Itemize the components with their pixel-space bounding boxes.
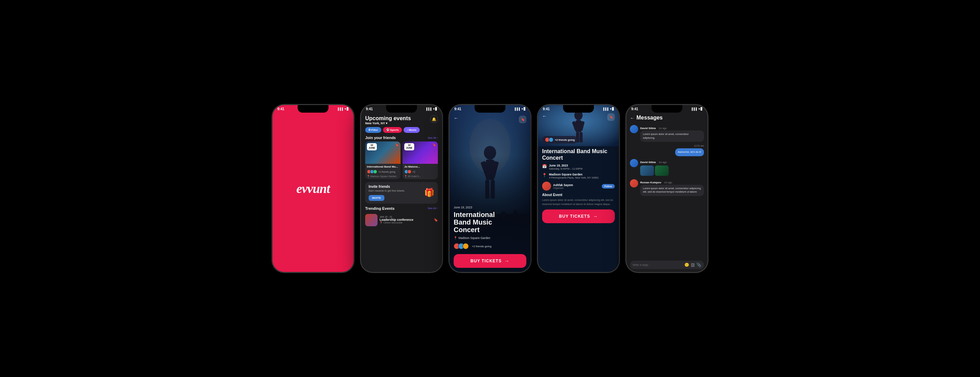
event-card-1-body: International Band Mu... +2 friends goin… [365, 164, 401, 179]
invite-box: Invite friends Earn rewards to get free … [365, 182, 438, 204]
pill-av-2 [549, 137, 554, 142]
detail-buy-arrow-icon: → [593, 214, 598, 219]
sports-button[interactable]: ⚽ Sports [383, 127, 402, 133]
hero-going-row: +2 friends going [453, 243, 527, 249]
detail-buy-tickets-button[interactable]: BUY TICKETS → [542, 209, 615, 223]
sent-bubble: Awesome, let's do it! [675, 149, 704, 156]
msg-image-2 [655, 166, 669, 176]
messages-header: ← Messages [630, 115, 704, 121]
messages-back-button[interactable]: ← [630, 115, 634, 120]
reply-input[interactable] [633, 264, 683, 267]
event-detail-screen: ← 🔖 +2 friends going International Band … [538, 105, 619, 272]
msg-body-1: David Silbia 1m ago Lorem ipsum dolor si… [640, 124, 704, 142]
reply-bar[interactable]: 🙂 🖼 📎 [630, 260, 704, 269]
friends-count-2: +2 [412, 171, 415, 173]
event-card-1[interactable]: 10 JUNE 🔖 International Band Mu... [365, 141, 401, 179]
phone-1-splash: 9:41 ▌▌▌ ▾ ▊ evvunt [272, 104, 354, 273]
event-card-2-image: 10 JUNE 🔖 [402, 141, 438, 164]
music-button[interactable]: ♪ Music [404, 127, 420, 133]
invite-button[interactable]: INVITE [369, 195, 384, 201]
invite-illustration: 🎁 [424, 188, 434, 197]
sent-message-row: Awesome, let's do it! [630, 149, 704, 156]
events-screen: Upcoming events New York, NY ▾ 🔔 ⚙ Filte… [361, 105, 442, 272]
attachment-icon[interactable]: 📎 [697, 263, 701, 267]
detail-back-button[interactable]: ← [542, 113, 550, 119]
trending-date-1: JAN 15 - 21 [380, 216, 432, 218]
hero-back-button[interactable]: ← [453, 115, 461, 121]
location-row: New York, NY ▾ [365, 121, 411, 125]
filter-label: Filter [371, 128, 378, 131]
venue-main: Madison Square Garden [549, 173, 599, 176]
pin-icon-hero: 📍 [453, 236, 457, 240]
detail-title: International Band Music Concert [542, 148, 615, 161]
pin-icon-2: 📍 [404, 175, 407, 178]
trending-loc-1: 📍 Clinton Mercantile [380, 222, 432, 224]
notification-icon[interactable]: 🔔 [430, 115, 438, 123]
timestamp: 12:31 am [694, 145, 704, 147]
date-info: June 19, 2023 Saturday, 8:00PM – 11:00PM [549, 164, 582, 170]
msg-time-2: 1m ago [659, 161, 667, 163]
events-header: Upcoming events New York, NY ▾ 🔔 [365, 115, 438, 125]
msg-time-1: 1m ago [659, 127, 667, 129]
msg-time-3: 1m ago [664, 181, 672, 184]
event-cards-row: 10 JUNE 🔖 International Band Mu... [365, 141, 438, 179]
see-all-trending[interactable]: See All › [428, 207, 438, 210]
event-card-2[interactable]: 10 JUNE 🔖 Jo Malone... +2 [402, 141, 438, 179]
see-all-friends[interactable]: See All › [428, 136, 438, 139]
venue-info-row: 📍 Madison Square Garden 4 Pennsylvania P… [542, 173, 615, 179]
hero-friends-going: +2 friends going [472, 245, 492, 248]
hero-bookmark-button[interactable]: 🔖 [519, 116, 527, 123]
filter-button[interactable]: ⚙ Filter [365, 127, 381, 133]
messages-screen: ← Messages David Silbia 1m ago Lorem ips… [627, 105, 707, 272]
trending-title: Trending Events [365, 206, 395, 211]
friends-count-1: +2 friends going [378, 171, 395, 173]
trending-bookmark-1: 🔖 [434, 218, 438, 222]
message-item-3: Roman Kutepov 1m ago Lorem ipsum dolor s… [630, 179, 704, 196]
signal-icons-1: ▌▌▌ ▾ ▊ [338, 107, 349, 110]
status-bar-3: 9:41 ▌▌▌ ▾ ▊ [454, 107, 526, 111]
svg-rect-21 [579, 132, 582, 142]
trending-name-1: Leadership conference [380, 218, 432, 222]
msg-bubble-1: Lorem ipsum dolor sit amet, consectetur … [640, 131, 704, 142]
event-card-1-image: 10 JUNE 🔖 [365, 141, 401, 164]
buy-tickets-label: BUY TICKETS [471, 259, 502, 264]
invite-title: Invite friends [369, 185, 424, 188]
bookmark-2: 🔖 [433, 143, 436, 147]
status-bar-1: 9:41 ▌▌▌ ▾ ▊ [277, 107, 349, 111]
organizer-avatar [542, 182, 551, 190]
time-4: 9:41 [543, 107, 550, 111]
organizer-role: Organizer [553, 187, 600, 189]
hero-buy-tickets-button[interactable]: BUY TICKETS → [453, 254, 527, 268]
status-bar-4: 9:41 ▌▌▌ ▾ ▊ [543, 107, 614, 111]
message-item-1: David Silbia 1m ago Lorem ipsum dolor si… [630, 124, 704, 142]
hero-event-title: International Band Music Concert [453, 211, 527, 233]
signal-icons-2: ▌▌▌ ▾ ▊ [426, 107, 437, 110]
msg-sender-2: David Silbia [640, 161, 655, 164]
organizer-info: Ashfak Sayem Organizer [553, 183, 600, 189]
msg-avatar-1 [630, 125, 638, 133]
sports-label: Sports [390, 128, 399, 131]
friends-section-header: Join your friends See All › [365, 136, 438, 140]
phones-container: 9:41 ▌▌▌ ▾ ▊ evvunt 9:41 ▌▌▌ ▾ ▊ Upcomin… [272, 104, 708, 273]
bookmark-1: 🔖 [395, 143, 399, 147]
time-5: 9:41 [631, 107, 638, 111]
msg-body-3: Roman Kutepov 1m ago Lorem ipsum dolor s… [640, 179, 704, 196]
calendar-icon: 📅 [542, 164, 547, 169]
date-sub: Saturday, 8:00PM – 11:00PM [549, 167, 582, 170]
trending-item-1[interactable]: JAN 15 - 21 Leadership conference 📍 Clin… [365, 212, 438, 228]
dropdown-arrow: ▾ [386, 121, 388, 125]
msg-sender-3: Roman Kutepov [640, 181, 661, 184]
msg-images [640, 166, 704, 176]
phone-5-messages: 9:41 ▌▌▌ ▾ ▊ ← Messages David Silbia 1m … [626, 104, 708, 273]
emoji-icon[interactable]: 🙂 [684, 263, 689, 267]
detail-bookmark-button[interactable]: 🔖 [607, 113, 615, 121]
organizer-name: Ashfak Sayem [553, 183, 600, 187]
music-label: Music [409, 128, 417, 131]
image-icon[interactable]: 🖼 [691, 263, 695, 267]
going-av-3 [463, 243, 469, 249]
friends-pill: +2 friends going [542, 136, 578, 144]
event-2-name: Jo Malone... [404, 165, 436, 169]
event-hero-content: ← 🔖 June 19, 2023 International Band Mus… [450, 105, 530, 272]
follow-button[interactable]: Follow [602, 184, 615, 188]
pin-icon-3: 📍 [380, 222, 383, 224]
